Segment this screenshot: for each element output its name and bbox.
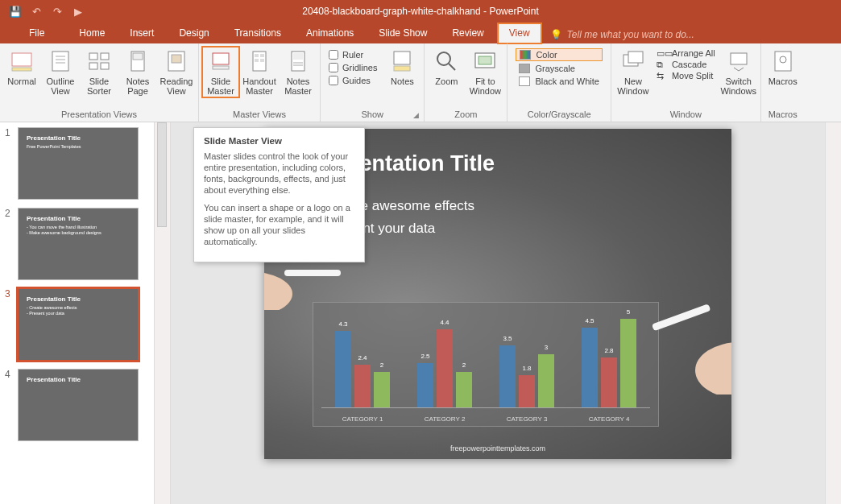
chart-bar: 2.4 [354,365,371,407]
arrange-all-button[interactable]: ▭▭ Arrange All [657,48,715,58]
ruler-checkbox[interactable]: Ruler [329,50,377,60]
view-icon [9,48,35,74]
start-slideshow-icon[interactable]: ▶ [69,2,87,20]
thumbnail-preview: Presentation TitleFree PowerPoint Templa… [18,127,139,200]
svg-rect-26 [394,66,410,71]
svg-rect-1 [12,68,31,71]
redo-icon[interactable]: ↷ [48,2,66,20]
switch-windows-label: Switch Windows [720,76,756,96]
group-label: Show◢ [324,109,420,120]
view-icon [86,48,112,74]
svg-point-27 [437,52,450,65]
slide-master-button[interactable]: SlideMaster [202,47,239,97]
bar-value: 2 [456,361,472,369]
group-master-views: SlideMaster HandoutMaster NotesMaster Ma… [199,43,321,122]
macros-button[interactable]: Macros [764,47,802,88]
color-option[interactable]: Color [516,48,602,61]
handout-master-button[interactable]: HandoutMaster [241,47,278,97]
outline-view-button[interactable]: OutlineView [42,47,79,97]
tab-design[interactable]: Design [168,23,220,43]
fit-window-icon [472,48,498,74]
tab-insert[interactable]: Insert [118,23,165,43]
button-label: Cascade [672,60,706,69]
svg-rect-22 [293,53,303,60]
zoom-button[interactable]: Zoom [428,47,465,88]
chart-bar: 1.8 [519,375,535,407]
title-bar: 💾 ↶ ↷ ▶ 20408-blackboard-graph-white-cha… [0,0,841,23]
switch-windows-button[interactable]: Switch Windows [720,47,757,97]
thumbnail-preview: Presentation Title- Create awesome effec… [18,288,139,361]
dialog-launcher-icon[interactable]: ◢ [413,111,419,119]
tooltip-text: You can insert a shape or a logo on a sl… [204,202,354,247]
cascade-button[interactable]: ⧉ Cascade [657,60,715,69]
bar-value: 4.3 [335,320,351,328]
new-window-label: New Window [615,76,651,96]
gridlines-checkbox[interactable]: Gridlines [329,63,377,72]
tab-view[interactable]: View [498,23,541,43]
guides-checkbox[interactable]: Guides [329,76,377,85]
notes-master-button[interactable]: NotesMaster [280,47,317,97]
slide-thumbnail[interactable]: 1 Presentation TitleFree PowerPoint Temp… [5,127,154,200]
chart-category-group: 2.54.42 [417,329,472,407]
master-icon [285,48,311,74]
checkbox-label: Ruler [342,50,363,60]
new-window-button[interactable]: New Window [615,47,652,97]
chart-bar: 2 [374,372,390,407]
svg-point-36 [264,271,292,310]
chart-bar: 4.5 [582,328,598,407]
svg-line-28 [449,64,455,70]
tab-animations[interactable]: Animations [295,23,365,43]
slide-thumbnail[interactable]: 3 Presentation Title- Create awesome eff… [5,288,154,361]
button-label: SlideSorter [87,76,111,96]
slide-thumbnail[interactable]: 4 Presentation Title [5,369,154,441]
bar-value: 1.8 [519,365,535,372]
chart-category-group: 3.51.83 [499,345,554,407]
button-label: Arrange All [672,48,715,58]
tab-file[interactable]: File [18,23,56,43]
button-label: SlideMaster [207,76,234,96]
tab-review[interactable]: Review [441,23,495,43]
svg-rect-9 [101,63,109,69]
thumbnails-scrollbar[interactable] [155,122,171,504]
slide-thumbnail[interactable]: 2 Presentation Title- You can move the h… [5,208,154,280]
tab-home[interactable]: Home [68,23,116,43]
tell-me-search[interactable]: 💡Tell me what you want to do... [544,26,701,43]
slide-master-tooltip: Slide Master View Master slides control … [193,127,365,262]
fit-window-button[interactable]: Fit to Window [466,47,503,97]
save-icon[interactable]: 💾 [6,2,24,20]
black-and-white-option[interactable]: Black and White [516,76,602,87]
move-split-button[interactable]: ⇆ Move Split [657,71,715,81]
chart-category-label: CATEGORY 2 [425,415,466,423]
svg-rect-30 [478,56,491,64]
chart-bar: 2 [456,372,472,407]
window-title: 20408-blackboard-graph-white-chalkhand -… [302,6,539,17]
window-action-icon: ⧉ [657,60,668,69]
chart-bar: 2.5 [417,363,433,407]
slide-sorter-button[interactable]: SlideSorter [81,47,118,97]
canvas-scrollbar[interactable] [825,122,841,504]
view-icon [125,48,151,74]
group-label: Presentation Views [3,109,195,120]
group-label: Window [615,109,757,120]
normal-button[interactable]: Normal [3,47,40,88]
svg-rect-33 [731,53,747,64]
group-label: Macros [764,109,802,120]
group-color-grayscale: Color Grayscale Black and White Color/Gr… [508,43,611,122]
notes-page-button[interactable]: NotesPage [119,47,156,97]
option-label: Grayscale [535,64,575,73]
tab-slideshow[interactable]: Slide Show [367,23,438,43]
grayscale-option[interactable]: Grayscale [516,63,602,74]
tab-transitions[interactable]: Transitions [223,23,292,43]
bar-value: 3.5 [499,335,516,342]
notes-label: Notes [391,76,414,86]
bar-value: 2 [374,361,390,369]
chart-category-group: 4.52.85 [582,319,636,407]
view-icon [48,48,73,74]
slide-chart: 4.32.422.54.423.51.834.52.85 CATEGORY 1C… [313,302,659,427]
undo-icon[interactable]: ↶ [27,2,45,20]
chart-bar: 5 [620,319,636,407]
notes-button[interactable]: Notes [383,47,420,88]
svg-rect-0 [12,53,31,66]
bar-value: 3 [538,344,554,351]
reading-view-button[interactable]: ReadingView [158,47,195,97]
